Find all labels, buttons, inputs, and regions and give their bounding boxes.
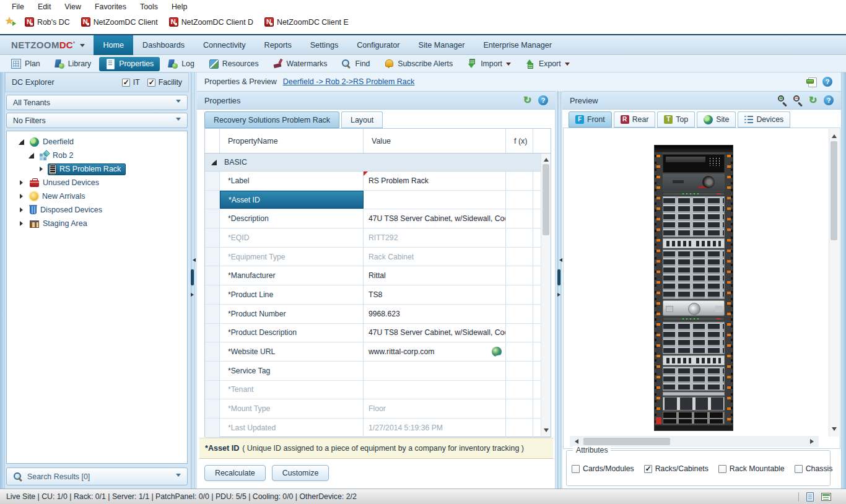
scroll-right-icon[interactable] <box>810 439 816 444</box>
collapse-arrow-icon[interactable] <box>211 159 217 166</box>
expand-arrow-icon[interactable] <box>18 220 25 227</box>
recalculate-button[interactable]: Recalculate <box>204 465 266 481</box>
property-value-cell[interactable]: RITT292 <box>364 228 506 247</box>
help-icon[interactable] <box>538 95 548 105</box>
view-filter-dropdown[interactable]: No Filters <box>6 113 188 128</box>
help-icon[interactable] <box>824 95 834 105</box>
checkbox-it[interactable]: IT <box>122 78 140 87</box>
tab-home[interactable]: Home <box>94 35 133 55</box>
property-value-cell[interactable]: RS Problem Rack <box>364 172 506 190</box>
tab-dashboards[interactable]: Dashboards <box>133 35 194 55</box>
tab-reports[interactable]: Reports <box>255 35 301 55</box>
expand-arrow-icon[interactable] <box>18 193 25 200</box>
bookmark-netzoomdc-client-e[interactable]: NetZoomDC Client E <box>261 17 352 27</box>
open-in-window-icon[interactable] <box>806 77 817 87</box>
property-row-eqid[interactable]: *EQIDRITT292 <box>205 228 551 248</box>
attr-checkbox-racks-cabinets[interactable]: Racks/Cabinets <box>644 464 709 473</box>
bookmark-netzoomdc-client[interactable]: NetZoomDC Client <box>77 17 162 27</box>
tree-node-rob-2[interactable]: Rob 2 <box>7 149 187 162</box>
property-value-cell[interactable]: Rittal <box>364 266 506 285</box>
collapse-right-icon[interactable] <box>557 293 562 297</box>
scrollbar-thumb[interactable] <box>543 164 549 235</box>
preview-tab-devices[interactable]: Devices <box>738 111 790 128</box>
toolbar-watermarks-button[interactable]: Watermarks <box>267 57 334 71</box>
tree-node-content[interactable]: New Arrivals <box>28 191 90 202</box>
globe-link-icon[interactable] <box>492 347 502 357</box>
property-row-description[interactable]: *Description47U TS8 Server Cabinet, w/Si… <box>205 209 551 228</box>
menu-item-file[interactable]: File <box>5 0 31 14</box>
property-value-cell[interactable]: 47U TS8 Server Cabinet, w/Sidewall, Coo.… <box>364 209 506 228</box>
search-results-bar[interactable]: Search Results [0] <box>6 467 188 485</box>
help-icon[interactable] <box>822 77 832 87</box>
scroll-left-icon[interactable] <box>572 439 578 444</box>
splitter-grip[interactable] <box>191 269 194 285</box>
splitter-grip[interactable] <box>557 269 560 285</box>
expand-arrow-icon[interactable] <box>38 166 45 173</box>
bookmark-netzoomdc-client-d[interactable]: NetZoomDC Client D <box>165 17 257 27</box>
checkbox-facility[interactable]: Facility <box>147 78 182 87</box>
tree-node-new-arrivals[interactable]: New Arrivals <box>7 189 187 203</box>
bookmark-rob-s-dc[interactable]: Rob's DC <box>21 17 74 27</box>
property-row-last-updated[interactable]: *Last Updated1/27/2014 5:19:36 PM <box>205 419 551 438</box>
property-row-tenant[interactable]: *Tenant <box>205 381 551 400</box>
scrollbar-thumb[interactable] <box>831 141 837 240</box>
expand-arrow-icon[interactable] <box>18 180 25 186</box>
tree-node-deerfield[interactable]: Deerfield <box>7 135 187 149</box>
preview-tab-top[interactable]: TTop <box>657 111 695 128</box>
scroll-down-icon[interactable] <box>541 427 551 437</box>
property-value-cell[interactable]: 47U TS8 Server Cabinet, w/Sidewall, Coo.… <box>364 324 506 342</box>
menu-item-help[interactable]: Help <box>165 0 194 14</box>
zoom-out-icon[interactable]: − <box>793 95 804 106</box>
document-status-icon[interactable] <box>806 492 814 502</box>
collapse-right-icon[interactable] <box>191 293 196 297</box>
tab-recovery-solutions-problem-rack[interactable]: Recovery Solutions Problem Rack <box>204 111 339 128</box>
checkbox-box[interactable] <box>644 465 652 473</box>
tab-layout[interactable]: Layout <box>341 111 383 128</box>
menu-item-view[interactable]: View <box>58 0 88 14</box>
tree-node-content[interactable]: Disposed Devices <box>28 204 107 215</box>
property-value-cell[interactable] <box>364 191 506 209</box>
property-value-cell[interactable] <box>364 362 506 380</box>
property-value-cell[interactable] <box>364 381 506 399</box>
collapse-left-icon[interactable] <box>557 258 562 262</box>
tab-configurator[interactable]: Configurator <box>347 35 409 55</box>
favorites-star-icon[interactable] <box>5 17 17 27</box>
attr-checkbox-cards-modules[interactable]: Cards/Modules <box>572 464 634 473</box>
collapse-arrow-icon[interactable] <box>28 152 35 159</box>
toolbar-import-button[interactable]: Import <box>461 57 517 71</box>
refresh-icon[interactable] <box>523 95 533 105</box>
toolbar-log-button[interactable]: Log <box>162 57 201 71</box>
expand-arrow-icon[interactable] <box>18 207 25 214</box>
menu-item-favorites[interactable]: Favorites <box>88 0 133 14</box>
property-row-product-number[interactable]: *Product Number9968.623 <box>205 305 551 324</box>
property-row-product-description[interactable]: *Product Description47U TS8 Server Cabin… <box>205 324 551 343</box>
property-row-product-line[interactable]: *Product LineTS8 <box>205 285 551 305</box>
property-row-equipment-type[interactable]: *Equipment TypeRack Cabinet <box>205 248 551 267</box>
property-value-cell[interactable]: www.rittal-corp.com <box>364 342 506 361</box>
checkbox-box[interactable] <box>718 465 726 473</box>
menu-item-edit[interactable]: Edit <box>31 0 58 14</box>
column-propertyname[interactable]: PropertyName <box>220 129 364 153</box>
tree-node-unused-devices[interactable]: Unused Devices <box>7 176 187 189</box>
property-value-cell[interactable]: Rack Cabinet <box>364 248 506 266</box>
scroll-up-icon[interactable] <box>541 154 551 163</box>
toolbar-subscribe-alerts-button[interactable]: Subscribe Alerts <box>378 57 459 71</box>
customize-button[interactable]: Customize <box>272 465 329 481</box>
property-value-cell[interactable]: 1/27/2014 5:19:36 PM <box>364 419 506 437</box>
toolbar-plan-button[interactable]: Plan <box>5 57 46 71</box>
tab-connectivity[interactable]: Connectivity <box>194 35 255 55</box>
window-status-icon[interactable] <box>821 493 831 501</box>
collapse-arrow-icon[interactable] <box>18 139 25 146</box>
tab-settings[interactable]: Settings <box>301 35 348 55</box>
scrollbar-thumb[interactable] <box>583 438 670 445</box>
attr-checkbox-rack-mountable[interactable]: Rack Mountable <box>718 464 785 473</box>
preview-tab-rear[interactable]: RRear <box>614 111 656 128</box>
column-fx[interactable]: f (x) <box>506 129 533 153</box>
property-row-asset-id[interactable]: *Asset ID <box>205 191 551 210</box>
property-value-cell[interactable]: 9968.623 <box>364 305 506 323</box>
tree-node-content[interactable]: Deerfield <box>28 136 79 148</box>
property-row-label[interactable]: *LabelRS Problem Rack <box>205 172 551 191</box>
tree-node-content[interactable]: Staging Area <box>28 218 92 229</box>
toolbar-find-button[interactable]: Find <box>335 57 376 71</box>
menu-item-tools[interactable]: Tools <box>133 0 165 14</box>
